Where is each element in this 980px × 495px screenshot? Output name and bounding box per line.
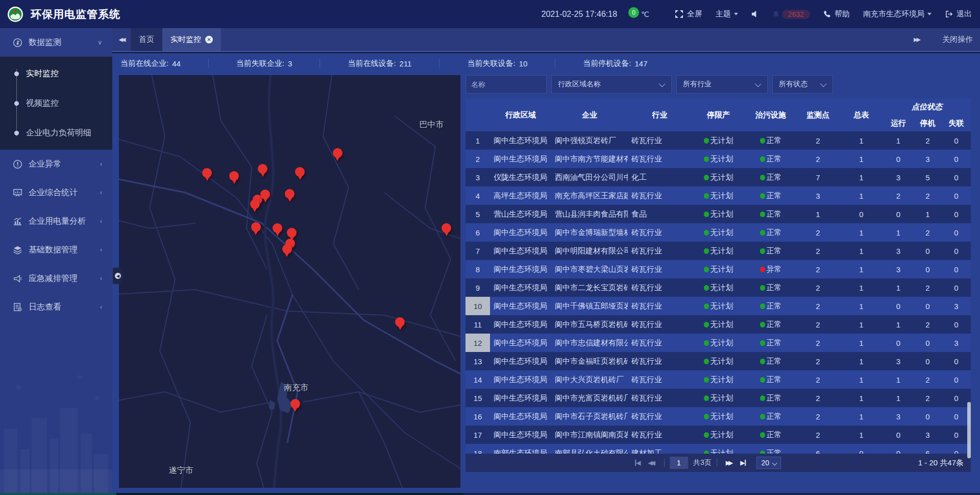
map-pin-icon[interactable] (229, 171, 239, 181)
table-row[interactable]: 13 阆中生态环境局 阆中市金福旺页岩机砖 砖瓦行业 无计划 正常 2 1 3 … (465, 352, 971, 370)
tab-home[interactable]: 首页 (131, 28, 162, 51)
table-row[interactable]: 1 阆中生态环境局 阆中强锐页岩砖厂 砖瓦行业 无计划 正常 2 1 1 2 0 (465, 131, 971, 150)
cell-lost: 3 (942, 339, 971, 347)
region-filter-select[interactable]: 行政区域名称 (551, 75, 672, 93)
table-row[interactable]: 4 高坪生态环境局 南充市高坪区王家店建 砖瓦行业 无计划 正常 3 1 2 2… (465, 186, 971, 205)
name-filter-input[interactable] (465, 75, 547, 93)
status-filter-select[interactable]: 所有状态 (772, 75, 833, 93)
status-dot-icon (760, 303, 765, 309)
table-row[interactable]: 17 阆中生态环境局 阆中市江南镇阆南页岩 砖瓦行业 无计划 正常 2 1 0 … (465, 426, 971, 444)
prev-page-button[interactable]: ◀◀ (648, 459, 655, 466)
table-row[interactable]: 2 阆中生态环境局 阆中市南方节能建材有 砖瓦行业 无计划 正常 2 1 0 3… (465, 150, 971, 168)
sidebar-item-video-monitoring[interactable]: 视频监控 (0, 88, 112, 118)
cell-industry: 化工 (628, 173, 692, 182)
table-row[interactable]: 11 阆中生态环境局 阆中市五马桥页岩机砖 砖瓦行业 无计划 正常 2 1 1 … (465, 315, 971, 334)
cell-stop: 0 (914, 265, 942, 274)
status-dot-icon (760, 248, 765, 254)
sidebar-group-enterprise-statistics[interactable]: 企业综合统计 ‹ (0, 178, 112, 207)
cell-lost: 0 (942, 320, 971, 329)
cell-stop: 3 (914, 155, 942, 163)
table-row[interactable]: 18 南部生态环境局 南部县弘化土砂有限公 建材加工 无计划 正常 6 0 0 … (465, 444, 971, 454)
close-tab-icon[interactable]: ✕ (205, 36, 213, 43)
map-pin-icon[interactable] (442, 223, 451, 233)
map-pin-icon[interactable] (251, 222, 261, 232)
page-size-select[interactable]: 20 (756, 457, 781, 469)
last-page-button[interactable]: ▶ (740, 459, 746, 466)
help-button[interactable]: 帮助 (823, 9, 850, 19)
cell-meters: 1 (840, 431, 883, 439)
cell-limit-status: 无计划 (692, 430, 745, 440)
sound-mute-button[interactable] (751, 10, 759, 18)
logout-button[interactable]: 退出 (945, 9, 972, 19)
scrollbar-thumb[interactable] (967, 402, 971, 458)
column-header-facility: 治污设施 (745, 99, 796, 131)
bullet-dot-icon (14, 131, 19, 135)
sidebar-group-data-monitoring[interactable]: 数据监测 ∨ (0, 28, 112, 57)
cell-company: 阆中市忠信建材有限公 (551, 338, 628, 348)
sidebar-item-realtime-monitoring[interactable]: 实时监控 (0, 59, 112, 88)
fullscreen-button[interactable]: 全屏 (675, 9, 702, 19)
map-pin-icon[interactable] (287, 228, 297, 238)
sidebar-group-power-analysis[interactable]: 企业用电量分析 ‹ (0, 207, 112, 235)
sidebar-group-emergency-reduction[interactable]: 应急减排管理 ‹ (0, 264, 112, 293)
table-row[interactable]: 9 阆中生态环境局 阆中市二龙长宝页岩砖 砖瓦行业 无计划 正常 2 1 1 2… (465, 278, 971, 297)
table-row[interactable]: 14 阆中生态环境局 阆中大兴页岩机砖厂 砖瓦行业 无计划 正常 2 1 1 2… (465, 370, 971, 389)
cell-run: 3 (883, 357, 914, 366)
map-pin-icon[interactable] (285, 189, 295, 199)
status-dot-icon (704, 359, 709, 364)
app-title: 环保用电监管系统 (31, 7, 120, 21)
map-pin-icon[interactable] (250, 199, 260, 209)
table-row[interactable]: 3 仪陇生态环境局 西南油气田分公司川中 化工 无计划 正常 7 1 3 5 0 (465, 168, 971, 186)
cell-facility-status: 正常 (745, 338, 796, 348)
cell-industry: 砖瓦行业 (628, 301, 692, 311)
chevron-left-icon: ‹ (100, 275, 102, 282)
sidebar-group-log-view[interactable]: 日志查看 ‹ (0, 293, 112, 321)
table-row[interactable]: 12 阆中生态环境局 阆中市忠信建材有限公 砖瓦行业 无计划 正常 2 1 0 … (465, 334, 971, 352)
bottom-edge-strip (0, 493, 980, 495)
next-page-button[interactable]: ▶▶ (726, 459, 733, 466)
status-dot-icon (760, 359, 765, 364)
cell-industry: 砖瓦行业 (628, 320, 692, 329)
table-row[interactable]: 16 阆中生态环境局 阆中市石子页岩机砖厂 砖瓦行业 无计划 正常 2 1 3 … (465, 407, 971, 426)
cell-region: 阆中生态环境局 (490, 154, 551, 164)
cell-region: 阆中生态环境局 (490, 393, 551, 403)
first-page-button[interactable]: ◀ (635, 459, 641, 466)
chevron-left-icon: ‹ (100, 218, 102, 225)
industry-filter-select[interactable]: 所有行业 (676, 75, 768, 93)
sidebar-group-enterprise-abnormal[interactable]: 企业异常 ‹ (0, 150, 112, 178)
row-number: 17 (465, 426, 490, 444)
column-header-region: 行政区域 (490, 99, 551, 131)
region-map[interactable]: 巴中市南充市遂宁市 (119, 75, 460, 488)
sidebar-collapse-handle[interactable]: ◀ (113, 268, 123, 284)
table-row[interactable]: 15 阆中生态环境局 阆中市光富页岩机砖厂 砖瓦行业 无计划 正常 2 1 1 … (465, 389, 971, 407)
table-row[interactable]: 6 阆中生态环境局 阆中市金博瑞新型墙材 砖瓦行业 无计划 正常 2 1 1 2… (465, 223, 971, 242)
cell-stop: 2 (914, 284, 942, 292)
org-dropdown[interactable]: 南充市生态环境局 (863, 9, 932, 19)
tabs-scroll-right-button[interactable]: ▶▶ (914, 36, 921, 43)
close-operations-button[interactable]: 关闭操作 (942, 35, 973, 44)
map-pin-icon[interactable] (333, 148, 342, 158)
map-pin-icon[interactable] (282, 244, 292, 254)
notifications[interactable]: 2632 (772, 10, 810, 19)
table-row[interactable]: 7 阆中生态环境局 阆中明阳建材有限公司 砖瓦行业 无计划 正常 2 1 3 0… (465, 242, 971, 260)
table-row[interactable]: 10 阆中生态环境局 阆中千佛镇五郎垭页岩 砖瓦行业 无计划 正常 2 1 0 … (465, 297, 971, 315)
page-number-input[interactable] (670, 457, 688, 469)
chevron-down-icon (755, 80, 762, 87)
table-row[interactable]: 8 阆中生态环境局 阆中市枣碧大梁山页岩 砖瓦行业 无计划 异常 2 1 3 0… (465, 260, 971, 278)
tabs-scroll-left-button[interactable]: ◀◀ (112, 28, 131, 51)
sidebar-item-power-load-detail[interactable]: 企业电力负荷明细 (0, 118, 112, 148)
cell-company: 南部县弘化土砂有限公 (551, 449, 628, 454)
map-pin-icon[interactable] (273, 223, 282, 233)
map-pin-icon[interactable] (295, 167, 305, 177)
theme-dropdown[interactable]: 主题 (716, 9, 738, 19)
cell-facility-status: 正常 (745, 393, 796, 403)
sidebar-group-base-data[interactable]: 基础数据管理 ‹ (0, 235, 112, 264)
status-dot-icon (760, 267, 765, 272)
tab-realtime-monitoring[interactable]: 实时监控 ✕ (162, 28, 221, 51)
table-body: 1 阆中生态环境局 阆中强锐页岩砖厂 砖瓦行业 无计划 正常 2 1 1 2 0… (465, 131, 971, 454)
speaker-muted-icon (751, 10, 759, 18)
table-row[interactable]: 5 营山生态环境局 营山县润丰肉食品有限 食品 无计划 正常 1 0 0 1 0 (465, 205, 971, 223)
chevron-down-icon (820, 80, 827, 87)
map-pin-icon[interactable] (290, 399, 300, 409)
cell-points: 2 (796, 155, 840, 163)
